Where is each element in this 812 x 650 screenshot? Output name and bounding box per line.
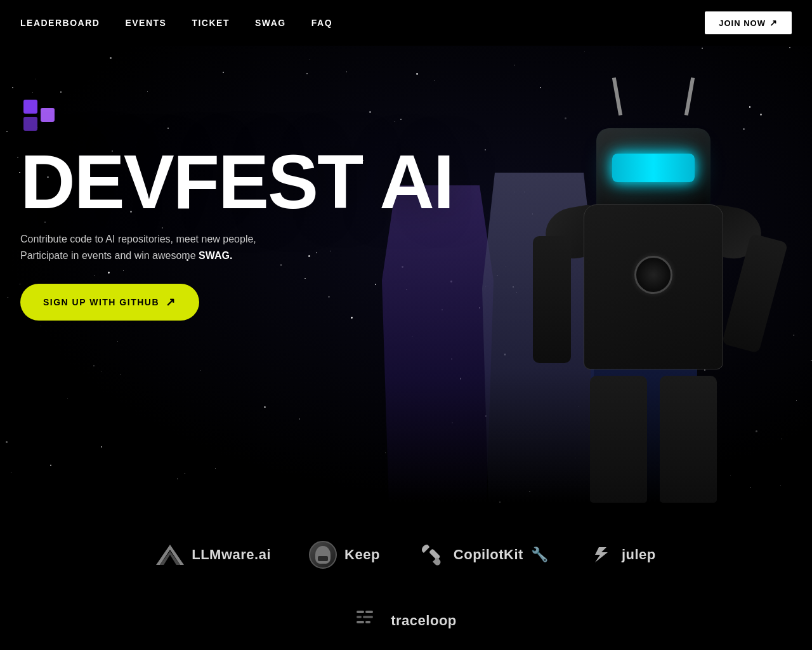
svg-marker-6 — [593, 547, 608, 562]
hero-title: DEVFEST AI — [20, 147, 453, 216]
svg-rect-5 — [429, 548, 440, 560]
svg-rect-1 — [23, 117, 37, 131]
signup-with-github-button[interactable]: SIGN UP WITH GITHUB ↗ — [20, 284, 199, 321]
llmware-name: LLMware.ai — [192, 547, 271, 563]
robot-leg-right — [660, 376, 717, 503]
robot-antenna-left — [612, 77, 622, 116]
hero-content: DEVFEST AI Contribute code to AI reposit… — [20, 96, 453, 321]
robot-main — [533, 109, 774, 503]
traceloop-logo-icon — [355, 607, 383, 635]
julep-name: julep — [622, 547, 656, 563]
join-now-button[interactable]: JOIN NOW ↗ — [705, 11, 792, 34]
hero-section: DEVFEST AI Contribute code to AI reposit… — [0, 46, 812, 503]
traceloop-name: traceloop — [391, 613, 457, 629]
robot-legs — [590, 376, 717, 503]
svg-rect-10 — [363, 616, 373, 618]
robot-chest-circle — [634, 256, 672, 294]
robot-visor — [612, 154, 695, 182]
nav-events[interactable]: EVENTS — [125, 18, 166, 28]
svg-rect-2 — [41, 108, 55, 122]
nav-leaderboard[interactable]: LEADERBOARD — [20, 18, 100, 28]
robot-body — [584, 204, 723, 369]
nav-links: LEADERBOARD EVENTS TICKET SWAG FAQ — [20, 18, 705, 28]
sponsor-copilotkit[interactable]: CopilotKit 🔧 — [418, 541, 548, 569]
arrow-northeast-icon: ↗ — [166, 295, 176, 309]
sponsors-row2: traceloop — [51, 607, 761, 647]
copilotkit-name: CopilotKit — [454, 547, 523, 563]
nav-faq[interactable]: FAQ — [311, 18, 332, 28]
arrow-icon: ↗ — [769, 18, 778, 28]
sponsor-keep[interactable]: Keep — [309, 541, 380, 569]
copilotkit-logo-icon — [418, 541, 446, 569]
svg-rect-7 — [357, 611, 364, 613]
svg-rect-0 — [23, 100, 37, 114]
svg-rect-11 — [357, 621, 364, 623]
sponsor-julep[interactable]: julep — [586, 541, 656, 569]
sponsor-traceloop[interactable]: traceloop — [355, 607, 457, 635]
nav-swag[interactable]: SWAG — [255, 18, 286, 28]
keep-logo-icon — [309, 541, 337, 569]
copilotkit-badge-icon: 🔧 — [531, 547, 548, 563]
nav-ticket[interactable]: TICKET — [192, 18, 230, 28]
robot-leg-left — [590, 376, 647, 503]
navbar: LEADERBOARD EVENTS TICKET SWAG FAQ JOIN … — [0, 0, 812, 46]
svg-rect-9 — [357, 616, 362, 618]
keep-name: Keep — [344, 547, 380, 563]
svg-rect-8 — [365, 611, 373, 613]
julep-logo-icon — [586, 541, 614, 569]
robot-arm-left — [533, 236, 571, 363]
sponsors-section: LLMware.ai Keep CopilotKit 🔧 — [0, 503, 812, 650]
llmware-logo-icon — [156, 541, 184, 569]
brand-logo — [20, 96, 58, 135]
robot-antenna-right — [684, 77, 695, 116]
svg-rect-12 — [365, 621, 370, 623]
hero-subtitle: Contribute code to AI repositories, meet… — [20, 231, 299, 263]
sponsor-llmware[interactable]: LLMware.ai — [156, 541, 271, 569]
